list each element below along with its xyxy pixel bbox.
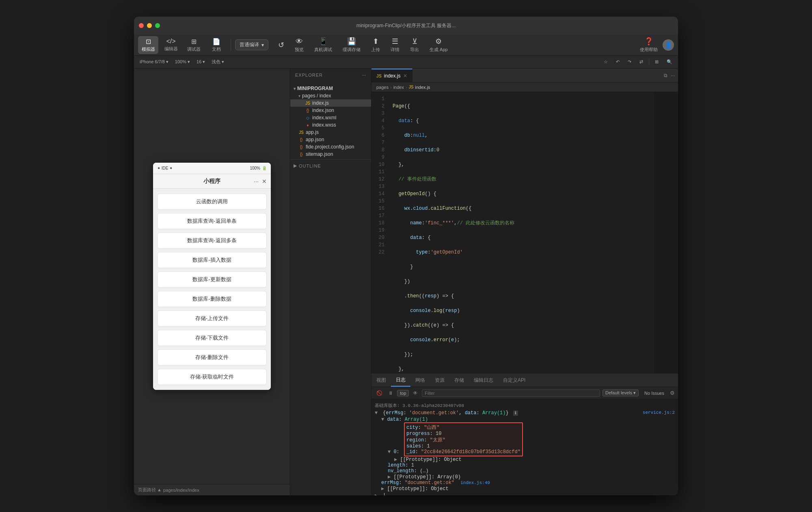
search-icon[interactable]: 🔍 [664, 58, 675, 65]
editor-icon: </> [166, 38, 175, 45]
main-toolbar: ⊡ 模拟器 </> 编辑器 ⊞ 调试器 📄 文档 普通编译 ▾ ↺ 👁 预览 📱 [134, 34, 678, 56]
tab-network[interactable]: 网络 [410, 374, 430, 387]
tab-index-js[interactable]: JS index.js ✕ [371, 69, 412, 82]
generate-app-button[interactable]: ⚙ 生成 App [425, 35, 452, 54]
file-project-config[interactable]: {} fide.project.config.json [290, 143, 371, 151]
filename: index.wxss [312, 122, 336, 128]
save-debug-button[interactable]: 💾 缓调存储 [339, 35, 365, 54]
code-content[interactable]: Page({ data: { db: null, dbinsertid: 0 }… [388, 92, 654, 374]
console-top-button[interactable]: top [397, 390, 409, 396]
phone-body: 云函数的调用 数据库查询-返回单条 数据库查询-返回多条 数据库-插入数据 数据… [153, 189, 271, 390]
bookmark-icon[interactable]: ☆ [601, 58, 610, 65]
new-file-icon[interactable]: ··· [362, 72, 366, 78]
user-avatar[interactable]: 👤 [663, 39, 674, 51]
tab-resources[interactable]: 资源 [430, 374, 449, 387]
phone-close-icon[interactable]: ✕ [262, 178, 267, 185]
proto-expand-2[interactable]: ▶ [388, 474, 391, 480]
filename: index.json [312, 108, 334, 113]
help-button[interactable]: ❓ 使用帮助 [640, 37, 658, 53]
file-app-json[interactable]: {} app.json [290, 136, 371, 143]
font-size-select[interactable]: 16 ▾ [194, 58, 207, 65]
btn-db-delete[interactable]: 数据库-删除数据 [157, 291, 267, 307]
doc-button[interactable]: 📄 文档 [206, 36, 227, 54]
tree-prototype-2: ▶ [[Prototype]]: Array(0) [375, 474, 675, 480]
minimize-button[interactable] [147, 23, 152, 28]
file-app-js[interactable]: JS app.js [290, 129, 371, 136]
console-panel: 视图 日志 网络 资源 存储 编辑日志 自定义API 🚫 ⏸ top 👁 [371, 374, 678, 495]
btn-db-query-multi[interactable]: 数据库查询-返回多条 [157, 232, 267, 249]
data-expand[interactable]: ▼ [381, 417, 384, 422]
preview-icon: 👁 [296, 37, 303, 46]
btn-db-update[interactable]: 数据库-更新数据 [157, 271, 267, 288]
debugger-button[interactable]: ⊞ 调试器 [184, 36, 204, 54]
simulator-button[interactable]: ⊡ 模拟器 [138, 36, 158, 54]
console-level-select[interactable]: Default levels ▾ [603, 389, 639, 396]
theme-select[interactable]: 浅色 ▾ [209, 58, 227, 66]
console-filter-input[interactable] [422, 389, 600, 397]
code-editor[interactable]: 1 2 3 4 5 6 7 8 9 10 11 12 13 14 [371, 92, 678, 374]
btn-storage-upload[interactable]: 存储-上传文件 [157, 310, 267, 327]
export-button[interactable]: ⊻ 导出 [406, 35, 423, 54]
file-sitemap[interactable]: {} sitemap.json [290, 151, 371, 158]
console-pause-icon[interactable]: ⏸ [387, 389, 395, 397]
preview-button[interactable]: 👁 预览 [291, 36, 308, 54]
tab-close-icon[interactable]: ✕ [403, 73, 407, 79]
compile-select[interactable]: 普通编译 ▾ [235, 39, 268, 50]
tab-custom-api[interactable]: 自定义API [498, 374, 530, 387]
rotate-icon[interactable]: ↶ [613, 58, 622, 65]
split-editor-icon[interactable]: ⧉ [664, 73, 667, 78]
entry-source-1[interactable]: service.js:2 [643, 410, 675, 416]
device-debug-button[interactable]: 📱 真机调试 [310, 35, 336, 54]
file-index-wxml[interactable]: ◇ index.wxml [290, 114, 371, 121]
editor-label: 编辑器 [164, 46, 178, 52]
tab-log[interactable]: 日志 [391, 374, 410, 387]
json-file-icon: {} [298, 152, 304, 157]
breadcrumb-sep-1: › [390, 85, 392, 90]
breadcrumb-filename: index.js [415, 85, 430, 90]
console-tabs: 视图 日志 网络 资源 存储 编辑日志 自定义API [371, 374, 678, 387]
btn-storage-download[interactable]: 存储-下载文件 [157, 330, 267, 346]
zoom-select[interactable]: 100% ▾ [173, 58, 192, 65]
tab-edit-log[interactable]: 编辑日志 [469, 374, 498, 387]
btn-db-insert[interactable]: 数据库-插入数据 [157, 252, 267, 268]
fullscreen-button[interactable] [155, 23, 160, 28]
details-button[interactable]: ☰ 详情 [387, 35, 404, 54]
file-index-json[interactable]: {} index.json [290, 107, 371, 114]
console-settings-icon[interactable]: ⚙ [670, 390, 675, 396]
index-expand[interactable]: ▼ [388, 449, 391, 455]
file-index-wxss[interactable]: ♦ index.wxss [290, 121, 371, 129]
wifi-icon[interactable]: ⇄ [637, 58, 646, 65]
tab-view[interactable]: 视图 [371, 374, 391, 387]
search-toggle[interactable]: ⊞ [652, 58, 661, 65]
console-version: 基础库版本: 3.0.36-alpha20230407v08 [375, 402, 675, 409]
outline-header[interactable]: ▶ OUTLINE [290, 161, 371, 170]
cursor-expand: ▶ [375, 493, 380, 495]
btn-storage-temp[interactable]: 存储-获取临时文件 [157, 369, 267, 385]
editor-more-icon[interactable]: ··· [671, 73, 675, 78]
refresh-button[interactable]: ↺ [274, 39, 288, 51]
entry-expand[interactable]: ▼ [375, 410, 380, 416]
btn-cloud-function[interactable]: 云函数的调用 [157, 194, 267, 210]
file-index-js[interactable]: JS index.js [290, 99, 371, 107]
device-select[interactable]: iPhone 6/7/8 ▾ [137, 58, 171, 65]
page-path-bar: 页面路径 ▲ pages/index/index [134, 484, 290, 495]
upload-button[interactable]: ⬆ 上传 [367, 35, 384, 54]
console-eye-icon[interactable]: 👁 [411, 389, 419, 397]
proto-expand-3[interactable]: ▶ [381, 486, 384, 492]
redo-icon[interactable]: ↷ [625, 58, 634, 65]
pages-index-folder[interactable]: ▾ pages / index [290, 92, 371, 99]
close-button[interactable] [139, 23, 144, 28]
console-clear-icon[interactable]: 🚫 [375, 389, 384, 397]
explorer-panel: EXPLORER ··· ▾ MINIPROGRAM ▾ pages / ind… [290, 69, 371, 495]
phone-more-icon[interactable]: ··· [254, 178, 259, 185]
phone-nav-bar: 小程序 ··· ✕ [153, 174, 271, 189]
btn-db-query-single[interactable]: 数据库查询-返回单条 [157, 213, 267, 229]
tab-storage[interactable]: 存储 [449, 374, 469, 387]
phone-frame: ✦ IDE ✦ 100% 🔋 小程序 ··· ✕ 云函数的调用 数据库查询-返回… [153, 163, 271, 390]
proto-expand-1[interactable]: ▶ [394, 457, 397, 463]
btn-storage-delete[interactable]: 存储-删除文件 [157, 349, 267, 366]
entry-source-2[interactable]: index.js:49 [460, 480, 490, 485]
details-icon: ☰ [392, 37, 398, 46]
miniprogram-header[interactable]: ▾ MINIPROGRAM [290, 85, 371, 92]
editor-button[interactable]: </> 编辑器 [161, 36, 181, 54]
